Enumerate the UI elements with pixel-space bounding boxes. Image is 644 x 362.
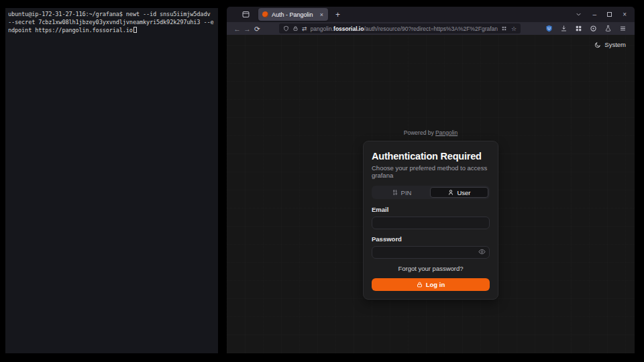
terminal-line-text: ndpoint https://pangolin.fossorial.io <box>8 27 133 34</box>
forgot-password-link[interactable]: Forgot your password? <box>372 265 490 272</box>
experiments-flask-icon[interactable] <box>604 25 612 32</box>
desktop: ubuntu@ip-172-31-27-116:~/grafana$ newt … <box>0 0 644 362</box>
moon-icon <box>594 42 601 48</box>
password-field[interactable] <box>372 246 490 259</box>
urlbar-actions: ☆ <box>501 25 517 32</box>
login-button-label: Log in <box>426 281 445 288</box>
terminal-cursor <box>133 27 137 33</box>
password-label: Password <box>372 235 490 243</box>
powered-by-text: Powered by <box>404 129 434 136</box>
tab-pin-label: PIN <box>401 189 412 196</box>
pangolin-favicon <box>262 11 268 17</box>
window-minimize-button[interactable]: – <box>593 11 597 18</box>
pangolin-link[interactable]: Pangolin <box>435 129 458 136</box>
url-path: /auth/resource/90?redirect=https%3A%2F%2… <box>364 25 498 32</box>
theme-toggle[interactable]: System <box>594 41 626 48</box>
downloads-icon[interactable] <box>560 25 568 32</box>
card-subtitle: Choose your preferred method to access g… <box>372 164 490 179</box>
window-controls: – × <box>575 11 627 18</box>
back-button[interactable]: ← <box>232 25 242 33</box>
terminal-line: --secret 7cbz1xw08lh1jbzey03yxvndljvneam… <box>8 18 215 26</box>
tab-auth-pangolin[interactable]: Auth - Pangolin × <box>258 8 328 21</box>
list-tabs-chevron-icon[interactable] <box>575 11 582 18</box>
tab-close-icon[interactable]: × <box>319 11 324 18</box>
login-lock-icon <box>417 282 423 288</box>
window-maximize-button[interactable] <box>607 12 612 17</box>
bookmark-star-icon[interactable]: ☆ <box>511 25 517 32</box>
browser-toolbar: ← → ⟳ ⇄ pangolin.fossorial.io/auth/resou… <box>227 22 635 35</box>
card-title: Authentication Required <box>372 151 490 162</box>
login-button[interactable]: Log in <box>372 278 490 291</box>
terminal-line: ubuntu@ip-172-31-27-116:~/grafana$ newt … <box>8 10 215 18</box>
terminal-window[interactable]: ubuntu@ip-172-31-27-116:~/grafana$ newt … <box>5 8 218 353</box>
reload-button[interactable]: ⟳ <box>252 25 262 33</box>
toolbar-extensions <box>545 25 627 32</box>
terminal-line: ndpoint https://pangolin.fossorial.io <box>8 26 215 34</box>
tab-user[interactable]: User <box>430 187 488 198</box>
email-field[interactable] <box>372 217 490 229</box>
pin-keypad-icon <box>392 189 398 196</box>
shortcuts-grid-icon[interactable] <box>501 25 507 32</box>
privacy-ring-icon[interactable] <box>590 25 597 32</box>
tab-title: Auth - Pangolin <box>272 11 316 18</box>
extensions-icon[interactable] <box>575 25 582 32</box>
tab-strip: Auth - Pangolin × + – × <box>227 7 635 22</box>
lock-icon[interactable] <box>292 25 299 32</box>
auth-area: Powered by Pangolin Authentication Requi… <box>227 129 635 300</box>
firefox-view-icon[interactable] <box>241 10 250 19</box>
container-arrows-icon[interactable]: ⇄ <box>302 25 307 32</box>
ublock-shield-icon[interactable] <box>545 25 553 32</box>
theme-label: System <box>604 41 626 48</box>
url-domain: fossorial.io <box>333 25 364 32</box>
user-icon <box>447 189 454 196</box>
terminal-output: ubuntu@ip-172-31-27-116:~/grafana$ newt … <box>5 8 218 36</box>
menu-hamburger-icon[interactable] <box>619 25 627 32</box>
tab-pin[interactable]: PIN <box>373 187 430 198</box>
forward-button[interactable]: → <box>242 25 252 33</box>
auth-method-tabs: PIN User <box>372 186 490 199</box>
url-text: pangolin.fossorial.io/auth/resource/90?r… <box>311 25 498 32</box>
password-visibility-icon[interactable] <box>478 248 486 255</box>
auth-card: Authentication Required Choose your pref… <box>363 141 498 300</box>
browser-window: Auth - Pangolin × + – × ← → ⟳ <box>227 7 635 353</box>
powered-by: Powered by Pangolin <box>404 129 458 136</box>
email-label: Email <box>372 206 490 213</box>
window-close-button[interactable]: × <box>623 11 627 18</box>
tracking-shield-icon[interactable] <box>283 25 289 32</box>
url-bar[interactable]: ⇄ pangolin.fossorial.io/auth/resource/90… <box>279 23 521 34</box>
tab-user-label: User <box>457 189 470 196</box>
page-content: System Powered by Pangolin Authenticatio… <box>227 35 635 353</box>
url-prefix: pangolin. <box>311 25 334 32</box>
new-tab-button[interactable]: + <box>335 11 340 19</box>
